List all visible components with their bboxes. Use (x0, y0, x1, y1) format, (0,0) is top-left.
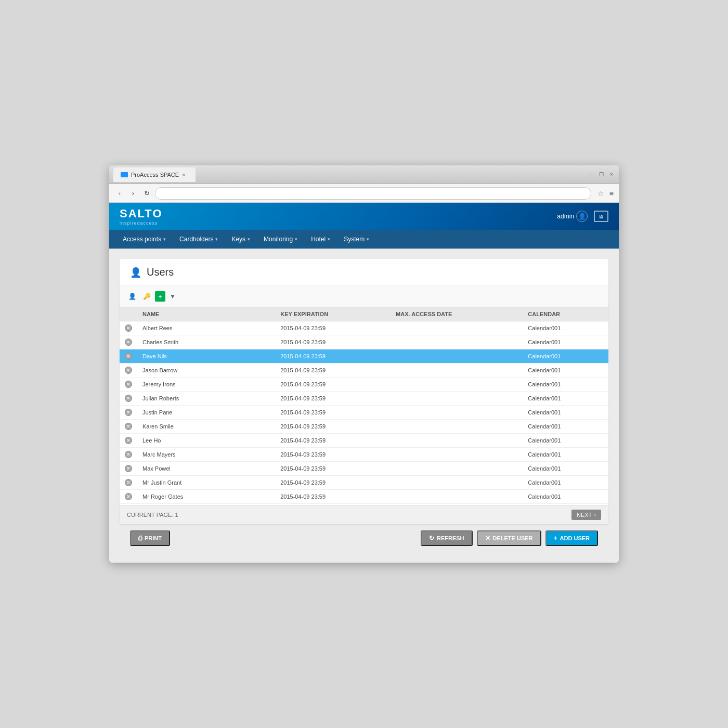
add-icon: + (554, 535, 557, 542)
next-page-button[interactable]: NEXT › (571, 510, 601, 520)
row-name: Mr Justin Grant (137, 476, 275, 490)
app-navigation: Access points ▾ Cardholders ▾ Keys ▾ Mon… (109, 230, 619, 249)
back-button[interactable]: ‹ (114, 188, 125, 199)
row-calendar: Calendar001 (523, 434, 608, 448)
col-header-calendar[interactable]: CALENDAR (523, 307, 608, 321)
browser-window: ProAccess SPACE × – ❐ × ‹ › ↻ ☆ ≡ SALTO … (109, 165, 619, 563)
user-avatar-icon: 👤 (576, 211, 588, 222)
forward-button[interactable]: › (128, 188, 138, 199)
table-row[interactable]: ✕Charles Smith2015-04-09 23:59Calendar00… (120, 335, 608, 349)
print-button[interactable]: ⎙ PRINT (130, 530, 170, 546)
user-menu[interactable]: admin 👤 (557, 211, 588, 222)
table-row[interactable]: ✕Mr Justin Grant2015-04-09 23:59Calendar… (120, 476, 608, 490)
users-icon-btn[interactable]: 👤 (126, 290, 138, 303)
row-key-expiration: 2015-04-09 23:59 (275, 321, 391, 335)
nav-cardholders-label: Cardholders (179, 236, 213, 243)
keys-chevron-icon: ▾ (248, 237, 250, 242)
bookmark-icon[interactable]: ☆ (597, 189, 604, 198)
row-max-access-date (391, 378, 523, 392)
table-row[interactable]: ✕Lee Ho2015-04-09 23:59Calendar001 (120, 434, 608, 448)
row-calendar: Calendar001 (523, 378, 608, 392)
admin-label: admin (557, 213, 574, 220)
monitoring-chevron-icon: ▾ (295, 237, 297, 242)
users-table-scroll[interactable]: NAME KEY EXPIRATION MAX. ACCESS DATE (120, 307, 608, 505)
nav-item-cardholders[interactable]: Cardholders ▾ (173, 231, 224, 247)
close-button[interactable]: × (608, 172, 615, 178)
row-calendar: Calendar001 (523, 321, 608, 335)
col-header-max-access-date[interactable]: MAX. ACCESS DATE (391, 307, 523, 321)
tab-favicon-icon (121, 172, 128, 177)
row-max-access-date (391, 406, 523, 420)
address-bar[interactable] (155, 187, 591, 200)
nav-keys-label: Keys (231, 236, 245, 243)
table-row[interactable]: ✕Mr Roger Gates2015-04-09 23:59Calendar0… (120, 490, 608, 504)
row-name: Dave Nils (137, 349, 275, 363)
row-max-access-date (391, 392, 523, 406)
page-title-icon: 👤 (130, 267, 141, 278)
add-user-button[interactable]: + ADD USER (545, 530, 598, 546)
page-card: 👤 Users 👤 🔑 + ▼ (120, 259, 608, 524)
restore-button[interactable]: ❐ (598, 172, 604, 178)
row-calendar: Calendar001 (523, 420, 608, 434)
row-max-access-date (391, 476, 523, 490)
row-name: Jeremy Irons (137, 378, 275, 392)
row-max-access-date (391, 335, 523, 349)
row-calendar: Calendar001 (523, 406, 608, 420)
table-row[interactable]: ✕Mr Roland King2015-04-09 23:59Calendar0… (120, 504, 608, 505)
filter-icon-btn[interactable]: ▼ (167, 291, 178, 302)
row-status-icon: ✕ (125, 493, 132, 500)
nav-item-hotel[interactable]: Hotel ▾ (305, 231, 336, 247)
tab-close-icon[interactable]: × (182, 172, 188, 178)
delete-user-button[interactable]: ✕ DELETE USER (477, 530, 541, 546)
table-row[interactable]: ✕Justin Pane2015-04-09 23:59Calendar001 (120, 406, 608, 420)
action-bar-right: ↻ REFRESH ✕ DELETE USER + ADD USER (421, 530, 598, 546)
row-key-expiration: 2015-04-09 23:59 (275, 490, 391, 504)
table-row[interactable]: ✕Julian Roberts2015-04-09 23:59Calendar0… (120, 392, 608, 406)
row-key-expiration: 2015-04-09 23:59 (275, 420, 391, 434)
table-row[interactable]: ✕Jason Barrow2015-04-09 23:59Calendar001 (120, 363, 608, 378)
nav-monitoring-label: Monitoring (264, 236, 293, 243)
row-max-access-date (391, 504, 523, 505)
table-row[interactable]: ✕Dave Nils2015-04-09 23:59Calendar001 (120, 349, 608, 363)
nav-item-access-points[interactable]: Access points ▾ (116, 231, 172, 247)
nav-item-system[interactable]: System ▾ (337, 231, 375, 247)
key-icon-btn[interactable]: 🔑 (140, 290, 153, 303)
row-max-access-date (391, 420, 523, 434)
current-page-label: CURRENT PAGE: 1 (127, 512, 178, 518)
monitor-icon[interactable]: 🖥 (594, 211, 608, 222)
minimize-button[interactable]: – (588, 172, 594, 178)
row-status-icon: ✕ (125, 395, 132, 402)
row-calendar: Calendar001 (523, 490, 608, 504)
refresh-browser-button[interactable]: ↻ (141, 188, 152, 199)
logo-text: SALTO (120, 207, 163, 220)
row-calendar: Calendar001 (523, 349, 608, 363)
row-calendar: Calendar001 (523, 504, 608, 505)
table-row[interactable]: ✕Max Powel2015-04-09 23:59Calendar001 (120, 462, 608, 476)
table-row[interactable]: ✕Jeremy Irons2015-04-09 23:59Calendar001 (120, 378, 608, 392)
add-row-button[interactable]: + (155, 291, 165, 302)
browser-menu-icon[interactable]: ≡ (609, 189, 614, 198)
refresh-button[interactable]: ↻ REFRESH (421, 530, 473, 546)
table-row[interactable]: ✕Marc Mayers2015-04-09 23:59Calendar001 (120, 448, 608, 462)
browser-tab[interactable]: ProAccess SPACE × (113, 167, 196, 182)
row-max-access-date (391, 434, 523, 448)
col-header-name[interactable]: NAME (137, 307, 275, 321)
header-right: admin 👤 🖥 (557, 211, 608, 222)
tab-title: ProAccess SPACE (131, 172, 179, 178)
nav-item-keys[interactable]: Keys ▾ (225, 231, 256, 247)
nav-hotel-label: Hotel (311, 236, 326, 243)
nav-access-points-label: Access points (123, 236, 161, 243)
row-name: Marc Mayers (137, 448, 275, 462)
table-row[interactable]: ✕Albert Rees2015-04-09 23:59Calendar001 (120, 321, 608, 335)
delete-icon: ✕ (485, 535, 490, 542)
row-status-icon: ✕ (125, 479, 132, 486)
row-key-expiration: 2015-04-09 23:59 (275, 406, 391, 420)
row-status-icon: ✕ (125, 339, 132, 346)
refresh-label: REFRESH (437, 535, 464, 541)
col-header-key-expiration[interactable]: KEY EXPIRATION (275, 307, 391, 321)
row-max-access-date (391, 321, 523, 335)
row-max-access-date (391, 349, 523, 363)
table-row[interactable]: ✕Karen Smile2015-04-09 23:59Calendar001 (120, 420, 608, 434)
row-calendar: Calendar001 (523, 448, 608, 462)
nav-item-monitoring[interactable]: Monitoring ▾ (257, 231, 304, 247)
